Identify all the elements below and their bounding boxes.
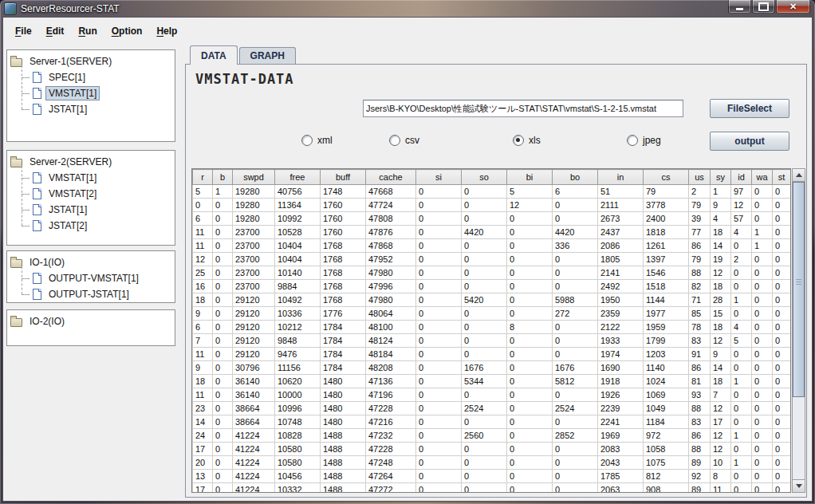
table-cell[interactable]: 1024 (644, 375, 689, 388)
table-cell[interactable]: 0 (416, 293, 462, 307)
scroll-up-button[interactable] (793, 169, 805, 182)
table-cell[interactable]: 48064 (366, 307, 416, 321)
table-cell[interactable]: 19280 (233, 199, 275, 212)
table-cell[interactable]: 1785 (598, 470, 644, 483)
table-cell[interactable]: 10000 (275, 388, 321, 402)
table-cell[interactable]: 0 (752, 456, 773, 470)
column-header[interactable]: r (193, 170, 213, 185)
table-cell[interactable]: 10404 (275, 239, 321, 253)
table-cell[interactable]: 3778 (644, 199, 689, 212)
table-cell[interactable]: 0 (462, 266, 507, 280)
table-cell[interactable]: 12 (193, 253, 213, 266)
table-cell[interactable]: 7 (193, 334, 213, 348)
table-cell[interactable]: 0 (553, 199, 598, 212)
table-cell[interactable]: 0 (752, 253, 773, 266)
table-cell[interactable]: 9848 (275, 334, 321, 348)
radio-csv[interactable]: csv (389, 135, 419, 146)
table-cell[interactable]: 0 (416, 483, 462, 494)
table-cell[interactable]: 1805 (598, 253, 644, 266)
table-cell[interactable]: 88 (689, 266, 711, 280)
table-cell[interactable]: 11 (193, 388, 213, 402)
table-cell[interactable]: 0 (773, 443, 791, 456)
table-cell[interactable]: 28 (711, 293, 731, 307)
table-cell[interactable]: 0 (773, 293, 791, 307)
table-cell[interactable]: 10212 (275, 321, 321, 334)
table-cell[interactable]: 0 (193, 199, 213, 212)
table-cell[interactable]: 0 (416, 185, 462, 199)
table-cell[interactable]: 1784 (321, 348, 366, 361)
table-cell[interactable]: 47196 (366, 388, 416, 402)
table-row[interactable]: 110291209476178448184000019741203919000 (193, 348, 791, 361)
table-cell[interactable]: 0 (773, 483, 791, 494)
table-cell[interactable]: 5420 (462, 293, 507, 307)
table-cell[interactable]: 25 (193, 266, 213, 280)
table-cell[interactable]: 1397 (644, 253, 689, 266)
table-cell[interactable]: 0 (553, 456, 598, 470)
table-cell[interactable]: 0 (752, 375, 773, 388)
table-cell[interactable]: 83 (689, 334, 711, 348)
table-cell[interactable]: 0 (462, 388, 507, 402)
table-cell[interactable]: 0 (773, 307, 791, 321)
table-cell[interactable]: 20 (193, 456, 213, 470)
table-cell[interactable]: 0 (553, 334, 598, 348)
table-cell[interactable]: 0 (213, 470, 233, 483)
table-cell[interactable]: 10140 (275, 266, 321, 280)
table-cell[interactable]: 2437 (598, 226, 644, 239)
table-cell[interactable]: 29120 (233, 293, 275, 307)
table-cell[interactable]: 0 (752, 280, 773, 293)
table-cell[interactable]: 0 (773, 429, 791, 443)
table-cell[interactable]: 0 (507, 375, 553, 388)
table-cell[interactable]: 79 (689, 253, 711, 266)
table-cell[interactable]: 1768 (321, 293, 366, 307)
table-cell[interactable]: 1480 (321, 402, 366, 415)
table-cell[interactable]: 2852 (553, 429, 598, 443)
table-cell[interactable]: 18 (711, 280, 731, 293)
table-cell[interactable]: 40756 (275, 185, 321, 199)
table-cell[interactable]: 0 (752, 361, 773, 375)
table-cell[interactable]: 0 (731, 402, 752, 415)
tree-node-io2-root[interactable]: IO-2(IO) (10, 313, 173, 329)
table-cell[interactable]: 0 (731, 415, 752, 429)
column-header[interactable]: b (213, 170, 233, 185)
table-cell[interactable]: 19 (711, 253, 731, 266)
table-cell[interactable]: 972 (644, 429, 689, 443)
table-cell[interactable]: 1 (711, 185, 731, 199)
table-cell[interactable]: 97 (731, 185, 752, 199)
table-cell[interactable]: 0 (462, 334, 507, 348)
table-row[interactable]: 702912098481784481240000193317998312500 (193, 334, 791, 348)
table-cell[interactable]: 0 (213, 199, 233, 212)
table-cell[interactable]: 86 (689, 429, 711, 443)
table-row[interactable]: 1803614010620148047136053440581219181024… (193, 375, 791, 388)
table-cell[interactable]: 0 (416, 239, 462, 253)
column-header[interactable]: so (462, 170, 507, 185)
table-cell[interactable]: 0 (752, 388, 773, 402)
table-cell[interactable]: 2524 (462, 402, 507, 415)
column-header[interactable]: bo (553, 170, 598, 185)
table-cell[interactable]: 1760 (321, 226, 366, 239)
table-cell[interactable]: 0 (462, 307, 507, 321)
table-cell[interactable]: 92 (689, 470, 711, 483)
table-cell[interactable]: 8 (507, 321, 553, 334)
table-cell[interactable]: 1748 (321, 185, 366, 199)
table-cell[interactable]: 0 (462, 456, 507, 470)
table-cell[interactable]: 9 (711, 199, 731, 212)
table-cell[interactable]: 0 (213, 280, 233, 293)
table-cell[interactable]: 1058 (644, 443, 689, 456)
table-cell[interactable]: 0 (553, 253, 598, 266)
table-cell[interactable]: 1 (731, 456, 752, 470)
table-cell[interactable]: 0 (752, 470, 773, 483)
table-cell[interactable]: 0 (416, 443, 462, 456)
table-cell[interactable]: 4 (731, 226, 752, 239)
table-cell[interactable]: 1261 (644, 239, 689, 253)
menu-edit[interactable]: Edit (39, 23, 72, 39)
table-cell[interactable]: 1950 (598, 293, 644, 307)
table-cell[interactable]: 0 (731, 266, 752, 280)
table-cell[interactable]: 10580 (275, 456, 321, 470)
table-cell[interactable]: 0 (752, 402, 773, 415)
table-cell[interactable]: 0 (773, 348, 791, 361)
table-row[interactable]: 9030796111561784482080167601676169011408… (193, 361, 791, 375)
table-cell[interactable]: 41224 (233, 429, 275, 443)
table-cell[interactable]: 1690 (598, 361, 644, 375)
table-cell[interactable]: 0 (752, 199, 773, 212)
table-cell[interactable]: 1 (752, 239, 773, 253)
